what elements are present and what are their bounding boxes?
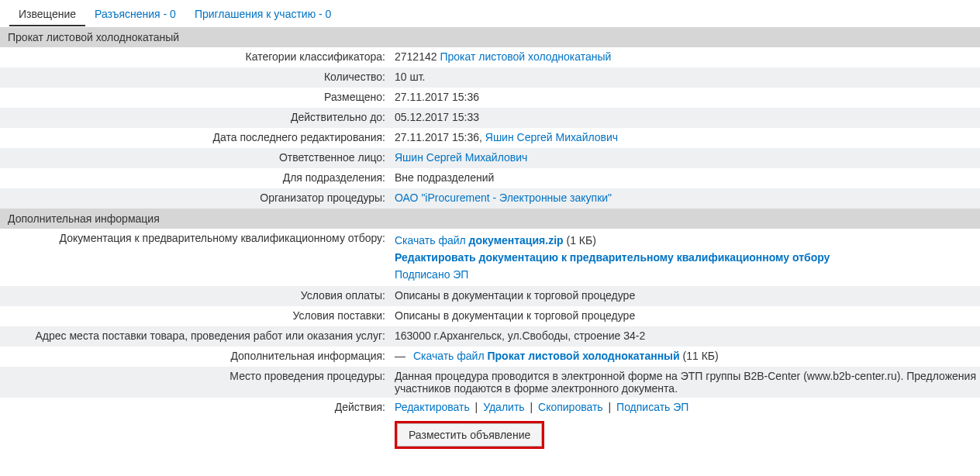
download-filename: документация.zip: [469, 234, 564, 247]
extra-download-size: (11 КБ): [683, 350, 719, 362]
tabs-bar: Извещение Разъяснения - 0 Приглашения к …: [0, 0, 980, 27]
actions-sep1: |: [470, 401, 483, 413]
section-header-main: Прокат листовой холоднокатаный: [0, 27, 980, 47]
classifier-link[interactable]: Прокат листовой холоднокатаный: [440, 50, 611, 63]
label-pay-terms: Условия оплаты:: [0, 286, 392, 306]
label-organizer: Организатор процедуры:: [0, 188, 392, 209]
tab-invitations[interactable]: Приглашения к участию - 0: [185, 3, 341, 26]
value-responsible: Яшин Сергей Михайлович: [392, 148, 980, 168]
label-docs: Документация к предварительному квалифик…: [0, 229, 392, 286]
value-quantity: 10 шт.: [392, 67, 980, 88]
label-place: Место проведения процедуры:: [0, 367, 392, 398]
value-classifier: 2712142 Прокат листовой холоднокатаный: [392, 47, 980, 67]
label-responsible: Ответственное лицо:: [0, 148, 392, 168]
value-actions: Редактировать | Удалить | Скопировать | …: [392, 398, 980, 418]
organizer-link[interactable]: ОАО "iProcurement - Электронные закупки": [395, 191, 612, 204]
extra-download-filename: Прокат листовой холоднокатанный: [487, 350, 679, 362]
label-classifier: Категории классификатора:: [0, 47, 392, 67]
label-placed: Размещено:: [0, 88, 392, 108]
last-edit-date: 27.11.2017 15:36,: [395, 131, 482, 143]
extra-dash: —: [395, 350, 410, 362]
actions-sep2: |: [525, 401, 538, 413]
extra-download-prefix: Скачать файл: [413, 350, 488, 362]
last-edit-person-link[interactable]: Яшин Сергей Михайлович: [485, 131, 618, 143]
value-placed: 27.11.2017 15:36: [392, 88, 980, 108]
value-extra-info: — Скачать файл Прокат листовой холоднока…: [392, 347, 980, 367]
tab-notice[interactable]: Извещение: [9, 3, 85, 26]
action-delete-link[interactable]: Удалить: [483, 401, 524, 413]
docs-download-link[interactable]: Скачать файл документация.zip: [395, 234, 566, 247]
publish-row: Разместить объявление: [0, 418, 980, 452]
actions-sep3: |: [603, 401, 616, 413]
label-address: Адрес места поставки товара, проведения …: [0, 326, 392, 347]
tab-clarifications[interactable]: Разъяснения - 0: [85, 3, 185, 26]
value-valid-until: 05.12.2017 15:33: [392, 108, 980, 128]
value-division: Вне подразделений: [392, 168, 980, 188]
extra-download-link[interactable]: Скачать файл Прокат листовой холодноката…: [413, 350, 683, 362]
value-address: 163000 г.Архангельск, ул.Свободы, строен…: [392, 326, 980, 347]
responsible-link[interactable]: Яшин Сергей Михайлович: [395, 151, 527, 164]
section-header-extra: Дополнительная информация: [0, 209, 980, 229]
docs-signed-link[interactable]: Подписано ЭП: [395, 268, 468, 281]
action-copy-link[interactable]: Скопировать: [538, 401, 603, 413]
label-actions: Действия:: [0, 398, 392, 418]
label-division: Для подразделения:: [0, 168, 392, 188]
value-pay-terms: Описаны в документации к торговой процед…: [392, 286, 980, 306]
label-quantity: Количество:: [0, 67, 392, 88]
classifier-code: 2712142: [395, 50, 437, 63]
publish-button[interactable]: Разместить объявление: [397, 423, 542, 447]
publish-highlight: Разместить объявление: [395, 421, 544, 449]
value-docs: Скачать файл документация.zip (1 КБ) Ред…: [392, 229, 980, 286]
value-delivery-terms: Описаны в документации к торговой процед…: [392, 306, 980, 326]
label-extra-info: Дополнительная информация:: [0, 347, 392, 367]
docs-edit-link[interactable]: Редактировать документацию к предварител…: [395, 251, 830, 264]
value-organizer: ОАО "iProcurement - Электронные закупки": [392, 188, 980, 209]
extra-info-table: Документация к предварительному квалифик…: [0, 229, 980, 418]
value-place: Данная процедура проводится в электронно…: [392, 367, 980, 398]
action-edit-link[interactable]: Редактировать: [395, 401, 470, 413]
action-sign-link[interactable]: Подписать ЭП: [616, 401, 688, 413]
label-valid-until: Действительно до:: [0, 108, 392, 128]
main-info-table: Категории классификатора: 2712142 Прокат…: [0, 47, 980, 209]
download-size: (1 КБ): [566, 234, 595, 247]
label-delivery-terms: Условия поставки:: [0, 306, 392, 326]
value-last-edit: 27.11.2017 15:36, Яшин Сергей Михайлович: [392, 128, 980, 148]
label-last-edit: Дата последнего редактирования:: [0, 128, 392, 148]
download-prefix: Скачать файл: [395, 234, 469, 247]
